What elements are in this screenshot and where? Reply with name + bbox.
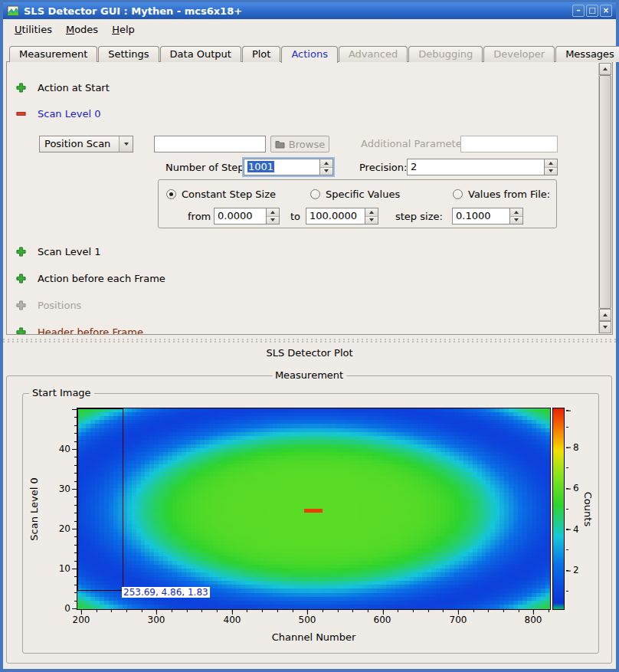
spin-down-icon[interactable]: [320, 167, 332, 175]
step-size-value: 0.1000: [453, 208, 509, 224]
splitter-handle[interactable]: [3, 338, 616, 346]
y-tick-label: 0: [41, 603, 70, 614]
scrollbar-thumb[interactable]: [599, 75, 611, 309]
actions-tab-panel: Action at Start Scan Level 0 Position Sc…: [6, 61, 613, 335]
spin-up-icon[interactable]: [545, 159, 557, 167]
radio-checked-icon: [166, 189, 176, 199]
scroll-down-icon[interactable]: [599, 321, 611, 333]
scroll-up-icon[interactable]: [599, 63, 611, 75]
spin-down-icon[interactable]: [510, 216, 522, 225]
number-of-steps-spinbox[interactable]: 1001: [244, 159, 333, 175]
vertical-scrollbar[interactable]: [598, 63, 611, 333]
spin-down-icon[interactable]: [267, 216, 279, 225]
tab-bar: Measurement Settings Data Output Plot Ac…: [9, 46, 619, 62]
spin-up-icon[interactable]: [320, 159, 332, 167]
y-tick-label: 40: [41, 444, 70, 454]
additional-parameter-input: [460, 136, 558, 152]
x-axis-title: Channel Number: [77, 631, 550, 643]
minimize-icon[interactable]: –: [572, 5, 585, 17]
menubar: Utilities Modes Help: [3, 19, 616, 39]
add-icon: [16, 274, 26, 284]
colorbar-title: Counts: [582, 479, 594, 540]
browse-label: Browse: [289, 139, 325, 150]
remove-icon: [16, 109, 26, 119]
tab-actions[interactable]: Actions: [281, 46, 338, 63]
measurement-title: Measurement: [272, 369, 346, 381]
x-tick-label: 400: [217, 615, 247, 625]
browse-button: Browse: [270, 136, 329, 152]
radio-values-from-file[interactable]: Values from File:: [453, 187, 550, 201]
radio-icon: [310, 189, 320, 199]
action-at-start-label: Action at Start: [38, 82, 110, 93]
to-value: 100.0000: [306, 208, 365, 224]
header-before-frame-label: Header before Frame: [38, 326, 143, 336]
tab-debugging: Debugging: [408, 46, 483, 62]
radio-specific-label: Specific Values: [326, 188, 400, 200]
y-tick-label: 10: [41, 563, 70, 574]
heatmap-canvas[interactable]: [77, 408, 551, 610]
app-window: SLS Detector GUI : Mythen - mcs6x18+ – □…: [0, 0, 619, 672]
scan-level-1-row[interactable]: Scan Level 1: [16, 244, 100, 258]
cursor-tooltip: 253.69, 4.86, 1.83: [122, 587, 210, 598]
tab-plot[interactable]: Plot: [242, 46, 281, 62]
folder-icon: [275, 140, 285, 149]
number-of-steps-value: 1001: [247, 161, 274, 172]
x-axis-minor-ticks: [77, 610, 550, 612]
window-title: SLS Detector GUI : Mythen - mcs6x18+: [24, 5, 242, 17]
scroll-up-icon[interactable]: [599, 309, 611, 321]
app-icon: [7, 5, 19, 17]
x-tick-label: 700: [443, 615, 473, 625]
maximize-icon[interactable]: □: [586, 5, 598, 17]
start-image-title: Start Image: [29, 387, 94, 398]
from-spinbox[interactable]: 0.0000: [214, 208, 280, 225]
spin-down-icon[interactable]: [545, 167, 557, 175]
radio-specific-values[interactable]: Specific Values: [310, 187, 400, 201]
spin-up-icon[interactable]: [510, 208, 522, 216]
scan-mode-combo[interactable]: Position Scan: [39, 136, 133, 152]
tab-messages[interactable]: Messages: [555, 46, 619, 62]
y-axis-title: Scan Level 0: [28, 448, 40, 571]
x-tick-label: 500: [292, 615, 323, 625]
radio-constant-label: Constant Step Size: [182, 188, 276, 200]
precision-label: Precision:: [359, 162, 407, 173]
start-image-group: Start Image 0 10 20 30 40 200 300 400 50…: [22, 393, 599, 654]
add-icon: [16, 247, 26, 257]
x-tick-label: 800: [518, 615, 549, 625]
header-before-frame-row[interactable]: Header before Frame: [16, 325, 143, 335]
menu-help[interactable]: Help: [105, 21, 142, 38]
measurement-group: Measurement Start Image 0 10 20 30 40 20…: [6, 375, 612, 664]
scan-level-0-row[interactable]: Scan Level 0: [16, 107, 100, 120]
precision-spinbox[interactable]: 2: [407, 159, 558, 175]
step-size-spinbox[interactable]: 0.1000: [452, 208, 523, 225]
action-before-frame-row[interactable]: Action before each Frame: [16, 271, 165, 285]
precision-value: 2: [408, 159, 544, 175]
tab-settings[interactable]: Settings: [98, 46, 159, 62]
scan-level-0-label: Scan Level 0: [38, 108, 100, 120]
from-value: 0.0000: [215, 208, 266, 224]
x-tick-label: 600: [367, 615, 398, 625]
colorbar-canvas: [552, 408, 565, 610]
y-tick-label: 30: [41, 484, 70, 494]
titlebar[interactable]: SLS Detector GUI : Mythen - mcs6x18+ – □…: [3, 2, 616, 19]
menu-utilities[interactable]: Utilities: [8, 21, 59, 38]
action-at-start-row[interactable]: Action at Start: [16, 80, 110, 94]
scan-file-input[interactable]: [154, 136, 266, 152]
window-controls: – □ ×: [572, 5, 612, 17]
action-before-frame-label: Action before each Frame: [38, 273, 165, 284]
spin-up-icon[interactable]: [267, 208, 279, 216]
to-spinbox[interactable]: 100.0000: [306, 208, 378, 225]
scan-level-1-label: Scan Level 1: [38, 246, 100, 257]
spin-down-icon[interactable]: [365, 216, 378, 225]
close-icon[interactable]: ×: [600, 5, 612, 17]
y-axis-minor-ticks: [74, 408, 77, 609]
add-icon: [16, 83, 26, 93]
spin-up-icon[interactable]: [365, 208, 378, 216]
tab-data-output[interactable]: Data Output: [160, 46, 241, 62]
menu-modes[interactable]: Modes: [59, 21, 105, 38]
tab-advanced: Advanced: [339, 46, 408, 62]
to-label: to: [290, 211, 300, 222]
number-of-steps-label: Number of Steps:: [165, 162, 253, 173]
from-label: from: [188, 211, 211, 222]
radio-constant-step[interactable]: Constant Step Size: [166, 187, 276, 201]
tab-measurement[interactable]: Measurement: [9, 46, 97, 62]
